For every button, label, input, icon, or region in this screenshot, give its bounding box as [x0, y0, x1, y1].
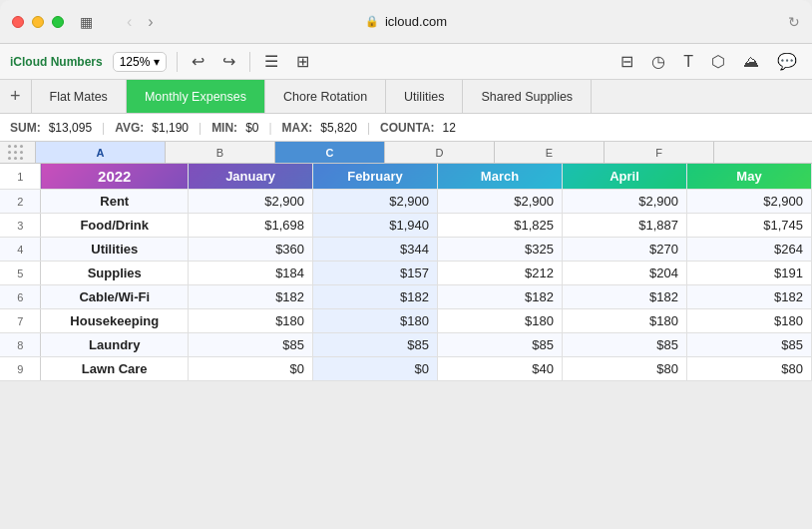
cell-a4[interactable]: Utilities [41, 238, 189, 262]
undo-button[interactable]: ↩ [188, 50, 208, 73]
cell-b4[interactable]: $360 [189, 238, 313, 262]
cell-c9[interactable]: $0 [313, 357, 438, 381]
cell-b6[interactable]: $182 [189, 285, 313, 309]
cell-d4[interactable]: $325 [438, 238, 563, 262]
row-num-7: 7 [0, 309, 41, 333]
col-header-d[interactable]: D [385, 142, 495, 163]
cell-d1[interactable]: March [438, 164, 563, 190]
cell-d2[interactable]: $2,900 [438, 190, 563, 214]
sidebar-toggle[interactable]: ▦ [72, 12, 101, 32]
col-header-f[interactable]: F [605, 142, 714, 163]
cell-c5[interactable]: $157 [313, 262, 438, 285]
cell-c7[interactable]: $180 [313, 309, 438, 333]
table-row: 2 Rent $2,900 $2,900 $2,900 $2,900 $2,90… [0, 190, 812, 214]
counta-label: COUNTA: [380, 121, 434, 135]
tab-chore-rotation[interactable]: Chore Rotation [265, 80, 386, 113]
reload-button[interactable]: ↻ [788, 14, 800, 30]
title-bar: ▦ ‹ › 🔒 icloud.com ↻ [0, 0, 812, 44]
traffic-lights [12, 16, 64, 28]
tab-monthly-expenses[interactable]: Monthly Expenses [127, 80, 265, 113]
cell-f3[interactable]: $1,745 [686, 214, 811, 238]
cell-b1[interactable]: January [189, 164, 313, 190]
avg-label: AVG: [115, 121, 144, 135]
cell-c6[interactable]: $182 [313, 285, 438, 309]
cell-b3[interactable]: $1,698 [189, 214, 313, 238]
table-row: 7 Housekeeping $180 $180 $180 $180 $180 [0, 309, 812, 333]
cell-e5[interactable]: $204 [562, 262, 686, 285]
cell-d3[interactable]: $1,825 [438, 214, 563, 238]
cell-f4[interactable]: $264 [686, 238, 811, 262]
text-button[interactable]: T [678, 50, 698, 74]
col-header-b[interactable]: B [166, 142, 275, 163]
zoom-control[interactable]: 125% ▾ [113, 52, 168, 72]
cell-b9[interactable]: $0 [189, 357, 313, 381]
cell-f5[interactable]: $191 [686, 262, 811, 285]
cell-f2[interactable]: $2,900 [686, 190, 811, 214]
chart-button[interactable]: ◷ [646, 49, 670, 74]
cell-f1[interactable]: May [686, 164, 811, 190]
cell-f6[interactable]: $182 [686, 285, 811, 309]
cell-a8[interactable]: Laundry [41, 333, 189, 357]
tab-shared-supplies[interactable]: Shared Supplies [463, 80, 592, 113]
cell-c1[interactable]: February [313, 164, 438, 190]
cell-a3[interactable]: Food/Drink [41, 214, 189, 238]
cell-d9[interactable]: $40 [438, 357, 563, 381]
cell-e2[interactable]: $2,900 [562, 190, 686, 214]
add-sheet-button[interactable]: + [0, 80, 32, 113]
spreadsheet-table[interactable]: 1 2022 January February March April May … [0, 164, 812, 381]
cell-f9[interactable]: $80 [686, 357, 811, 381]
col-header-a[interactable]: A [36, 142, 166, 163]
cell-c4[interactable]: $344 [313, 238, 438, 262]
cell-e7[interactable]: $180 [562, 309, 686, 333]
col-header-e[interactable]: E [495, 142, 605, 163]
col-header-c[interactable]: C [275, 142, 385, 163]
cell-e8[interactable]: $85 [562, 333, 686, 357]
cell-c2[interactable]: $2,900 [313, 190, 438, 214]
redo-button[interactable]: ↪ [218, 50, 239, 73]
comment-button[interactable]: 💬 [772, 49, 802, 74]
close-button[interactable] [12, 16, 24, 28]
cell-a1[interactable]: 2022 [41, 164, 189, 190]
cell-e9[interactable]: $80 [562, 357, 686, 381]
cell-f7[interactable]: $180 [686, 309, 811, 333]
spreadsheet-area[interactable]: A B C D E F 1 2022 January February Marc… [0, 142, 812, 529]
cell-d6[interactable]: $182 [438, 285, 563, 309]
cell-b5[interactable]: $184 [189, 262, 313, 285]
shape-button[interactable]: ⬡ [706, 49, 730, 74]
tab-flat-mates[interactable]: Flat Mates [32, 80, 127, 113]
forward-button[interactable]: › [142, 11, 159, 33]
grid-view-button[interactable]: ⊞ [292, 50, 313, 73]
toolbar-separator-2 [249, 52, 250, 72]
media-button[interactable]: ⛰ [738, 50, 764, 74]
cell-a5[interactable]: Supplies [41, 262, 189, 285]
table-button[interactable]: ⊟ [615, 49, 638, 74]
cell-b7[interactable]: $180 [189, 309, 313, 333]
cell-b8[interactable]: $85 [189, 333, 313, 357]
maximize-button[interactable] [52, 16, 64, 28]
cell-c8[interactable]: $85 [313, 333, 438, 357]
cell-a7[interactable]: Housekeeping [41, 309, 189, 333]
cell-b2[interactable]: $2,900 [189, 190, 313, 214]
cell-e4[interactable]: $270 [562, 238, 686, 262]
url-area[interactable]: 🔒 icloud.com [365, 14, 447, 29]
table-row: 5 Supplies $184 $157 $212 $204 $191 [0, 262, 812, 285]
cell-e3[interactable]: $1,887 [562, 214, 686, 238]
list-view-button[interactable]: ☰ [260, 50, 282, 73]
cell-e1[interactable]: April [562, 164, 686, 190]
numbers-toolbar: iCloud Numbers 125% ▾ ↩ ↪ ☰ ⊞ ⊟ ◷ T ⬡ ⛰ … [0, 44, 812, 80]
cell-d8[interactable]: $85 [438, 333, 563, 357]
min-label: MIN: [211, 121, 237, 135]
cell-d5[interactable]: $212 [438, 262, 563, 285]
table-row: 4 Utilities $360 $344 $325 $270 $264 [0, 238, 812, 262]
cell-a6[interactable]: Cable/Wi-Fi [41, 285, 189, 309]
row-num-2: 2 [0, 190, 41, 214]
cell-a9[interactable]: Lawn Care [41, 357, 189, 381]
tab-utilities[interactable]: Utilities [386, 80, 463, 113]
cell-a2[interactable]: Rent [41, 190, 189, 214]
back-button[interactable]: ‹ [121, 11, 138, 33]
cell-e6[interactable]: $182 [562, 285, 686, 309]
cell-d7[interactable]: $180 [438, 309, 563, 333]
minimize-button[interactable] [32, 16, 44, 28]
cell-f8[interactable]: $85 [686, 333, 811, 357]
cell-c3[interactable]: $1,940 [313, 214, 438, 238]
